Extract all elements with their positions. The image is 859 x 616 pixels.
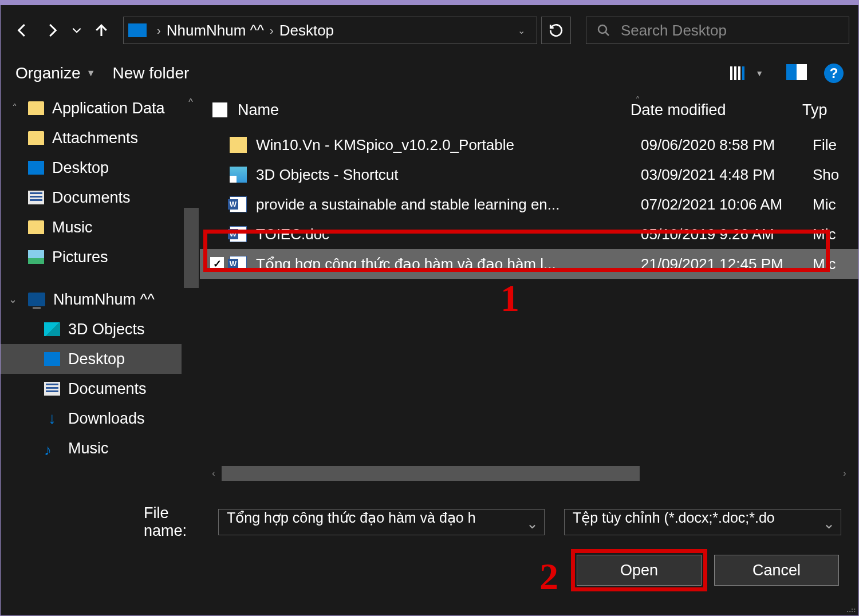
forward-button[interactable] — [40, 18, 65, 43]
svg-rect-4 — [742, 66, 744, 80]
cube-icon — [44, 322, 60, 336]
sidebar-item[interactable]: ˄Application Data — [1, 93, 200, 123]
file-type: Sho — [813, 166, 858, 184]
file-type: Mic — [813, 226, 858, 243]
file-date: 07/02/2021 10:06 AM — [641, 196, 813, 214]
sidebar-item[interactable]: Music — [1, 212, 200, 242]
scroll-right-icon[interactable]: › — [837, 465, 853, 481]
sort-indicator-icon: ˄ — [635, 94, 640, 107]
sidebar-item[interactable]: Documents — [1, 374, 200, 404]
breadcrumb-segment[interactable]: Desktop — [279, 22, 334, 40]
search-placeholder: Search Desktop — [621, 22, 727, 40]
music-icon: ♪ — [44, 441, 60, 455]
sidebar-item-label: Desktop — [52, 159, 109, 177]
chevron-down-icon[interactable]: ⌄ — [823, 515, 835, 532]
sidebar-item-label: NhumNhum ^^ — [53, 291, 155, 309]
word-icon — [230, 196, 247, 212]
back-button[interactable] — [10, 18, 35, 43]
help-button[interactable]: ? — [824, 64, 844, 83]
file-row[interactable]: 3D Objects - Shortcut03/09/2021 4:48 PMS… — [200, 160, 858, 189]
column-header-type[interactable]: Typ — [802, 101, 848, 119]
sidebar-item[interactable]: Pictures — [1, 242, 200, 272]
file-date: 05/10/2019 9:26 AM — [641, 226, 813, 243]
sidebar-item[interactable]: ♪Music — [1, 433, 200, 463]
sidebar-scrollbar[interactable]: ^ — [182, 93, 200, 488]
desktop-icon — [44, 352, 60, 366]
chevron-right-icon[interactable]: › — [157, 24, 161, 37]
scroll-up-icon[interactable]: ^ — [182, 93, 200, 112]
new-folder-button[interactable]: New folder — [112, 64, 189, 82]
sidebar-item[interactable]: Attachments — [1, 123, 200, 153]
horizontal-scrollbar[interactable]: ‹ › — [206, 464, 853, 483]
svg-rect-6 — [797, 64, 807, 80]
file-row[interactable]: provide a sustainable and stable learnin… — [200, 189, 858, 219]
recent-locations-button[interactable] — [69, 18, 84, 43]
column-header-date[interactable]: Date modified — [631, 101, 802, 119]
search-input[interactable]: Search Desktop — [586, 17, 849, 44]
collapse-icon[interactable]: ˄ — [12, 102, 17, 114]
file-type: Mic — [813, 196, 858, 214]
row-checkbox[interactable] — [210, 257, 224, 271]
svg-point-0 — [598, 25, 606, 33]
file-list-pane: ˄ Name Date modified Typ Win10.Vn - KMSp… — [200, 93, 858, 488]
preview-pane-button[interactable] — [786, 64, 807, 82]
sidebar-item[interactable]: ↓Downloads — [1, 404, 200, 433]
file-name: Win10.Vn - KMSpico_v10.2.0_Portable — [256, 136, 641, 154]
expand-icon[interactable]: ⌄ — [9, 293, 17, 306]
pc-icon — [28, 293, 45, 306]
file-date: 21/09/2021 12:45 PM — [641, 255, 813, 273]
navigation-pane: ˄Application DataAttachmentsDesktopDocum… — [1, 93, 200, 488]
sidebar-item-label: Music — [68, 440, 109, 457]
scroll-left-icon[interactable]: ‹ — [206, 465, 222, 481]
column-header-row: ˄ Name Date modified Typ — [200, 93, 858, 127]
navigation-bar: › NhumNhum ^^ › Desktop ⌄ Search Desktop — [1, 5, 858, 56]
chevron-right-icon[interactable]: › — [270, 24, 274, 37]
preview-pane-icon — [786, 64, 807, 80]
doc-icon — [28, 191, 44, 204]
pic-icon — [28, 250, 44, 264]
filename-label: File name: — [144, 504, 210, 540]
open-button[interactable]: Open — [577, 555, 702, 586]
view-options-button[interactable]: ▼ — [730, 65, 763, 81]
dialog-footer: File name: Tổng hợp công thức đạo hàm và… — [1, 488, 858, 615]
sidebar-item-label: Documents — [68, 380, 147, 398]
file-type: File — [813, 136, 858, 154]
download-icon: ↓ — [44, 412, 60, 425]
file-type: Mic — [813, 255, 858, 273]
short-icon — [230, 167, 247, 183]
cancel-button[interactable]: Cancel — [714, 555, 839, 586]
sidebar-item-label: Desktop — [68, 350, 125, 368]
up-button[interactable] — [89, 18, 114, 43]
location-pc-icon — [128, 23, 147, 37]
folder-icon — [230, 137, 247, 153]
sidebar-item[interactable]: Documents — [1, 183, 200, 212]
sidebar-item[interactable]: ⌄NhumNhum ^^ — [1, 285, 200, 314]
sidebar-item[interactable]: Desktop — [1, 344, 200, 374]
file-row[interactable]: TOIEC.doc05/10/2019 9:26 AMMic — [200, 219, 858, 249]
file-type-filter[interactable]: Tệp tùy chỉnh (*.docx;*.doc;*.do ⌄ — [564, 509, 841, 535]
svg-rect-2 — [734, 66, 736, 80]
sidebar-item[interactable]: Desktop — [1, 153, 200, 183]
scrollbar-thumb[interactable] — [222, 466, 640, 481]
folder-icon — [28, 131, 44, 145]
sidebar-item[interactable]: 3D Objects — [1, 314, 200, 344]
refresh-button[interactable] — [541, 17, 571, 44]
filename-input[interactable]: Tổng hợp công thức đạo hàm và đạo h ⌄ — [218, 509, 545, 535]
address-bar[interactable]: › NhumNhum ^^ › Desktop ⌄ — [123, 17, 537, 44]
breadcrumb-segment[interactable]: NhumNhum ^^ — [167, 22, 264, 40]
folder-icon — [28, 101, 44, 115]
file-row[interactable]: Tổng hợp công thức đạo hàm và đạo hàm l.… — [200, 249, 858, 279]
organize-menu[interactable]: Organize▼ — [15, 64, 95, 82]
details-view-icon — [730, 65, 750, 81]
file-date: 09/06/2020 8:58 PM — [641, 136, 813, 154]
select-all-checkbox[interactable] — [212, 102, 227, 117]
sidebar-item-label: Downloads — [68, 410, 145, 428]
resize-grip-icon[interactable]: ⣀⣤ — [846, 603, 855, 612]
sidebar-item-label: Application Data — [52, 100, 165, 117]
scrollbar-thumb[interactable] — [184, 208, 199, 288]
chevron-down-icon[interactable]: ⌄ — [526, 515, 538, 532]
column-header-name[interactable]: Name — [207, 101, 631, 119]
file-row[interactable]: Win10.Vn - KMSpico_v10.2.0_Portable09/06… — [200, 130, 858, 160]
chevron-down-icon[interactable]: ⌄ — [518, 25, 525, 36]
annotation-number-2: 2 — [539, 555, 558, 598]
